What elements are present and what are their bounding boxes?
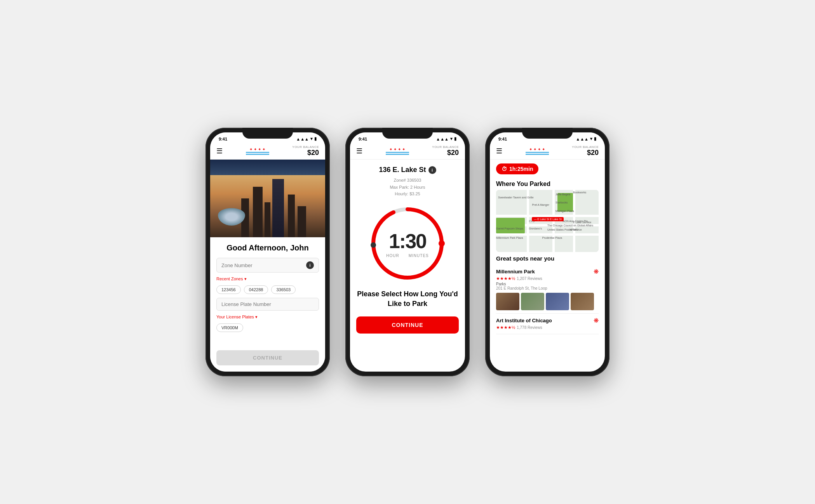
balance-area-2: YOUR BALANCE $20 — [432, 145, 459, 157]
map-label-3: Jaffa Bagels — [556, 193, 570, 196]
menu-button-2[interactable]: ☰ — [356, 147, 362, 155]
license-input[interactable] — [221, 301, 314, 307]
zone-chip-3[interactable]: 336503 — [271, 285, 296, 294]
balance-label-2: YOUR BALANCE — [432, 145, 459, 149]
phone-1: 9:41 ▲▲▲ ▾ ▮ ☰ ✦ ✦ ✦ ✦ — [205, 128, 330, 376]
timer-circle[interactable]: 1:30 HOUR MINUTES — [369, 205, 446, 282]
flag-bar-1: ✦ ✦ ✦ ✦ — [249, 147, 265, 151]
spots-section: Great spots near you Millennium Park ❋ ★… — [490, 252, 605, 337]
battery-icon-1: ▮ — [314, 136, 317, 141]
status-icons-3: ▲▲▲ ▾ ▮ — [576, 136, 596, 141]
spot-photos-1 — [496, 293, 599, 310]
zone-input-row[interactable]: i — [216, 258, 319, 273]
license-chip-1[interactable]: VR000M — [216, 323, 243, 332]
building-3 — [265, 202, 270, 237]
wifi-icon-3: ▾ — [590, 136, 592, 141]
wifi-icon-2: ▾ — [450, 136, 453, 141]
spot-photo-4[interactable] — [571, 293, 594, 310]
balance-amount-2: $20 — [432, 149, 459, 157]
map-screen: ⏱ 1h:25min Where You Parked — [490, 160, 605, 372]
notch-1 — [242, 128, 293, 139]
spot-item-2[interactable]: Art Institute of Chicago ❋ ★★★★½ 1,778 R… — [496, 314, 599, 334]
header-logo-3: ✦ ✦ ✦ ✦ — [526, 147, 549, 155]
building-2 — [253, 187, 263, 237]
map-label-chi: The Chicago Council on Global Affairs — [547, 224, 593, 227]
star-3: ✦ — [258, 147, 261, 151]
reviews-1: 1,207 Reviews — [517, 276, 542, 281]
status-time-1: 9:41 — [219, 137, 227, 141]
map-label-5: Michigan Plaza — [556, 210, 574, 212]
notch-3 — [522, 128, 573, 139]
balance-area-1: YOUR BALANCE $20 — [292, 145, 319, 157]
timer-screen: 136 E. Lake St i Zone# 336503 Max Park: … — [350, 160, 465, 372]
zone-chip-2[interactable]: 042288 — [244, 285, 268, 294]
building-4 — [272, 179, 284, 237]
license-plates-chevron[interactable]: ▾ — [255, 315, 258, 319]
flag-bar-2: ✦ ✦ ✦ ✦ — [389, 147, 405, 151]
flag-stripe-1 — [246, 152, 269, 153]
spot-photo-2[interactable] — [521, 293, 544, 310]
location-pin: — E Lake St E Lake St — [532, 217, 564, 221]
balance-amount-1: $20 — [292, 149, 319, 157]
spot-name-row-1: Millennium Park ❋ — [496, 268, 599, 275]
map-label-usps: United States Postal Service — [547, 228, 582, 231]
hero-skyline — [210, 175, 325, 237]
zone-chip-1[interactable]: 123456 — [216, 285, 241, 294]
select-prompt: Please Select How Long You'd Like to Par… — [356, 289, 459, 309]
flag-stripe-6 — [526, 154, 549, 155]
spot-name-1: Millennium Park — [496, 269, 535, 275]
star-4: ✦ — [262, 147, 265, 151]
map-placeholder[interactable]: Sweetwater Tavern and Grille Pret A Mang… — [496, 190, 599, 252]
map-label-10: Prudential Plaza — [542, 236, 562, 239]
battery-icon-2: ▮ — [454, 136, 456, 141]
zone-info-icon[interactable]: i — [306, 261, 314, 269]
phone-2: 9:41 ▲▲▲ ▾ ▮ ☰ ✦ ✦ ✦ ✦ — [345, 128, 470, 376]
recent-zones-chevron[interactable]: ▾ — [244, 276, 247, 281]
spot-photo-3[interactable] — [546, 293, 569, 310]
star-1: ✦ — [249, 147, 253, 151]
map-label-14: E Lake Service — [573, 221, 591, 224]
balance-label-1: YOUR BALANCE — [292, 145, 319, 149]
map-bg: Sweetwater Tavern and Grille Pret A Mang… — [496, 190, 599, 252]
location-sub: Zone# 336503 Max Park: 2 Hours Hourly: $… — [390, 177, 425, 198]
status-icons-2: ▲▲▲ ▾ ▮ — [436, 136, 456, 141]
map-label-8: Giordano's — [529, 227, 542, 230]
greeting-text: Good Afternoon, John — [216, 243, 319, 252]
stars-row-1: ★★★★½ 1,207 Reviews — [496, 276, 599, 281]
star-2: ✦ — [254, 147, 257, 151]
menu-button-1[interactable]: ☰ — [216, 147, 223, 155]
yelp-icon-2: ❋ — [594, 317, 599, 324]
spot-name-2: Art Institute of Chicago — [496, 318, 552, 323]
map-label-9: Millennium Park Plaza — [496, 236, 523, 239]
license-input-row[interactable] — [216, 298, 319, 311]
yelp-icon-1: ❋ — [594, 268, 599, 275]
zone-chips: 123456 042288 336503 — [216, 285, 319, 294]
spot-addr-1: 201 E Randolph St, The Loop — [496, 286, 599, 290]
flag-stripe-5 — [526, 152, 549, 153]
continue-button-2[interactable]: CONTINUE — [356, 316, 459, 334]
scene: 9:41 ▲▲▲ ▾ ▮ ☰ ✦ ✦ ✦ ✦ — [190, 112, 625, 392]
signal-icon-2: ▲▲▲ — [436, 137, 449, 141]
map-label-2: Pret A Manger — [532, 203, 549, 206]
continue-button-1[interactable]: CONTINUE — [216, 350, 319, 365]
stars-row-2: ★★★★½ 1,778 Reviews — [496, 325, 599, 330]
header-logo-1: ✦ ✦ ✦ ✦ — [246, 147, 269, 155]
recent-zones-label: Recent Zones ▾ — [216, 276, 319, 282]
app-header-3: ☰ ✦ ✦ ✦ ✦ YOUR BALANCE $20 — [490, 143, 605, 160]
clock-icon: ⏱ — [502, 166, 507, 172]
balance-label-3: YOUR BALANCE — [572, 145, 599, 149]
signal-icon-3: ▲▲▲ — [576, 137, 589, 141]
flag-bar-3: ✦ ✦ ✦ ✦ — [529, 147, 545, 151]
status-icons-1: ▲▲▲ ▾ ▮ — [296, 136, 317, 141]
hero-image — [210, 160, 325, 237]
location-title: 136 E. Lake St i — [379, 166, 436, 174]
spot-item-1[interactable]: Millennium Park ❋ ★★★★½ 1,207 Reviews Pa… — [496, 265, 599, 314]
spot-photo-1[interactable] — [496, 293, 519, 310]
timer-start-dot — [439, 240, 445, 247]
road-h-3 — [496, 233, 599, 236]
menu-button-3[interactable]: ☰ — [496, 147, 502, 155]
status-time-3: 9:41 — [498, 137, 507, 141]
location-info-icon[interactable]: i — [428, 166, 436, 174]
great-spots-title: Great spots near you — [496, 255, 599, 262]
zone-input[interactable] — [221, 262, 306, 268]
